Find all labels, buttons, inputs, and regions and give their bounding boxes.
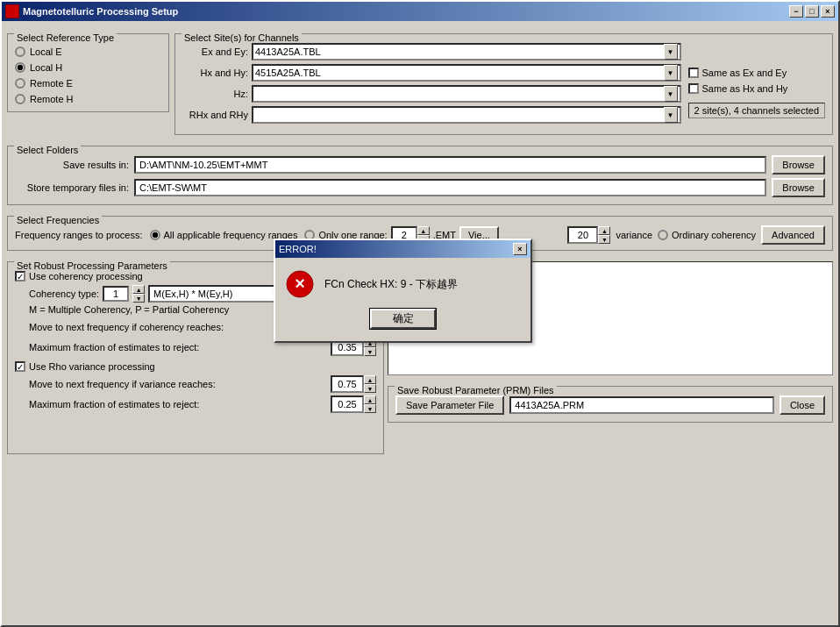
- mfvr-spinbox-buttons: ▲ ▼: [364, 395, 376, 413]
- freq-spinbox-input[interactable]: [567, 226, 598, 244]
- folders-group: Select Folders Save results in: Browse S…: [7, 146, 833, 205]
- coherency-type-input[interactable]: [103, 286, 129, 302]
- ref-type-group: Select Reference Type Local E Local H: [7, 33, 169, 135]
- same-ex-ey-checkbox-item[interactable]: Same as Ex and Ey: [688, 68, 825, 78]
- ordinary-coherency-circle: [658, 230, 668, 240]
- save-parameter-file-button[interactable]: Save Parameter File: [395, 395, 504, 415]
- radio-label-remote-e: Remote E: [30, 78, 73, 89]
- maximize-button[interactable]: □: [805, 5, 819, 18]
- mfvr-up[interactable]: ▲: [364, 395, 376, 404]
- coherency-formula: M(Ex,H) * M(Ey,H): [148, 285, 288, 303]
- freq-ranges-label: Frequency ranges to process:: [15, 230, 143, 240]
- store-temp-input[interactable]: [134, 179, 766, 196]
- hx-hy-dropdown[interactable]: 4515A25A.TBL ▼: [252, 64, 681, 82]
- max-fraction-variance-input[interactable]: [331, 395, 364, 413]
- save-results-browse-button[interactable]: Browse: [772, 155, 825, 175]
- freq-spin-down[interactable]: ▼: [598, 235, 610, 244]
- freq-right: ▲ ▼ variance Ordinary coherency Advanced: [567, 225, 825, 245]
- dialog-close-button[interactable]: ×: [513, 243, 527, 255]
- folders-title: Select Folders: [14, 145, 81, 155]
- ordinary-coherency-label: Ordinary coherency: [672, 230, 756, 240]
- ordinary-coherency-radio[interactable]: Ordinary coherency: [658, 230, 756, 240]
- range-spin-up[interactable]: ▲: [417, 226, 430, 235]
- save-results-row: Save results in: Browse: [15, 155, 825, 175]
- radio-label-remote-h: Remote H: [30, 94, 74, 104]
- use-coherency-label: Use coherency processing: [29, 271, 143, 281]
- max-fraction-variance-spinbox[interactable]: ▲ ▼: [331, 395, 376, 413]
- save-results-label: Save results in:: [15, 160, 129, 170]
- max-fraction-coherency-label: Maximum fraction of estimates to reject:: [29, 342, 327, 353]
- title-bar-left: Magnetotelluric Processing Setup: [5, 4, 178, 18]
- move-freq-variance-row: Move to next frequency if variance reach…: [29, 375, 376, 393]
- save-prm-group: Save Robust Parameter (PRM) Files Save P…: [388, 386, 833, 423]
- radio-label-local-e: Local E: [30, 46, 62, 57]
- hz-row: Hz: ▼: [182, 85, 681, 103]
- minimize-button[interactable]: −: [789, 5, 803, 18]
- mfv-down[interactable]: ▼: [364, 384, 376, 393]
- save-prm-title: Save Robust Parameter (PRM) Files: [395, 385, 557, 395]
- dialog-ok-button[interactable]: 确定: [370, 309, 436, 329]
- radio-local-e[interactable]: Local E: [15, 46, 161, 57]
- move-freq-variance-spinbox[interactable]: ▲ ▼: [331, 375, 376, 393]
- channels-group: Select Site(s) for Channels Ex and Ey: 4…: [174, 33, 833, 135]
- radio-circle-remote-h: [15, 94, 25, 104]
- radio-circle-local-h: [15, 62, 25, 73]
- freq-spinbox-buttons: ▲ ▼: [598, 226, 610, 244]
- channels-content: Ex and Ey: 4413A25A.TBL ▼ Hx and Hy:: [182, 43, 825, 127]
- dialog-body: × FCn Check HX: 9 - 下标越界 确定: [275, 258, 530, 341]
- top-row: Select Reference Type Local E Local H: [7, 26, 833, 135]
- move-freq-variance-input[interactable]: [331, 375, 364, 393]
- window-title: Magnetotelluric Processing Setup: [23, 6, 178, 17]
- advanced-button[interactable]: Advanced: [761, 225, 825, 245]
- close-button[interactable]: Close: [779, 395, 825, 415]
- use-rho-checkbox[interactable]: ✓: [15, 361, 25, 372]
- radio-label-local-h: Local H: [30, 62, 62, 73]
- coherency-type-label: Coherency type:: [29, 289, 99, 299]
- ex-ey-dropdown[interactable]: 4413A25A.TBL ▼: [252, 43, 681, 61]
- rhx-rhy-row: RHx and RHy ▼: [182, 106, 681, 124]
- rhx-rhy-dropdown[interactable]: ▼: [252, 106, 681, 124]
- mfcr-down[interactable]: ▼: [364, 347, 376, 356]
- error-dialog: ERROR! × × FCn Check HX: 9 - 下标越界 确定: [274, 239, 532, 343]
- close-button[interactable]: ×: [821, 5, 835, 18]
- mfvr-down[interactable]: ▼: [364, 404, 376, 413]
- dialog-content: × FCn Check HX: 9 - 下标越界: [286, 270, 520, 298]
- freq-spinbox[interactable]: ▲ ▼: [567, 226, 610, 244]
- radio-circle-remote-e: [15, 78, 25, 89]
- same-hx-hy-checkbox-item[interactable]: Same as Hx and Hy: [688, 83, 825, 94]
- radio-local-h[interactable]: Local H: [15, 62, 161, 73]
- use-rho-row: ✓ Use Rho variance processing: [15, 361, 376, 372]
- dialog-message: FCn Check HX: 9 - 下标越界: [324, 277, 458, 292]
- ref-type-title: Select Reference Type: [14, 32, 117, 43]
- use-rho-label: Use Rho variance processing: [29, 361, 155, 372]
- radio-remote-h[interactable]: Remote H: [15, 94, 161, 104]
- ref-type-radio-group: Local E Local H Remote E Remote H: [15, 46, 161, 104]
- hx-hy-label: Hx and Hy:: [182, 68, 248, 78]
- mfv-up[interactable]: ▲: [364, 375, 376, 384]
- title-bar: Magnetotelluric Processing Setup − □ ×: [2, 2, 838, 21]
- channels-left: Ex and Ey: 4413A25A.TBL ▼ Hx and Hy:: [182, 43, 681, 127]
- rhx-rhy-arrow-icon: ▼: [664, 107, 678, 123]
- same-ex-ey-checkbox: [688, 68, 699, 78]
- dialog-buttons: 确定: [286, 309, 520, 329]
- frequencies-title: Select Frequencies: [14, 215, 102, 225]
- title-buttons: − □ ×: [789, 5, 835, 18]
- use-coherency-checkbox[interactable]: ✓: [15, 271, 25, 281]
- hz-dropdown[interactable]: ▼: [252, 85, 681, 103]
- channels-status: 2 site(s), 4 channels selected: [688, 103, 825, 118]
- hx-hy-row: Hx and Hy: 4515A25A.TBL ▼: [182, 64, 681, 82]
- hz-arrow-icon: ▼: [664, 86, 678, 102]
- coherency-type-up[interactable]: ▲: [132, 285, 145, 294]
- dialog-title-text: ERROR!: [279, 244, 317, 254]
- save-results-input[interactable]: [134, 156, 766, 174]
- mfv-spinbox-buttons: ▲ ▼: [364, 375, 376, 393]
- dialog-title-bar: ERROR! ×: [275, 240, 530, 258]
- freq-spin-up[interactable]: ▲: [598, 226, 610, 235]
- prm-filename-input[interactable]: [509, 396, 774, 414]
- store-temp-row: Store temporary files in: Browse: [15, 178, 825, 197]
- channels-right: Same as Ex and Ey Same as Hx and Hy 2 si…: [688, 43, 825, 127]
- store-temp-browse-button[interactable]: Browse: [772, 178, 825, 197]
- main-window: Magnetotelluric Processing Setup − □ × S…: [0, 0, 840, 627]
- coherency-type-down[interactable]: ▼: [132, 294, 145, 303]
- radio-remote-e[interactable]: Remote E: [15, 78, 161, 89]
